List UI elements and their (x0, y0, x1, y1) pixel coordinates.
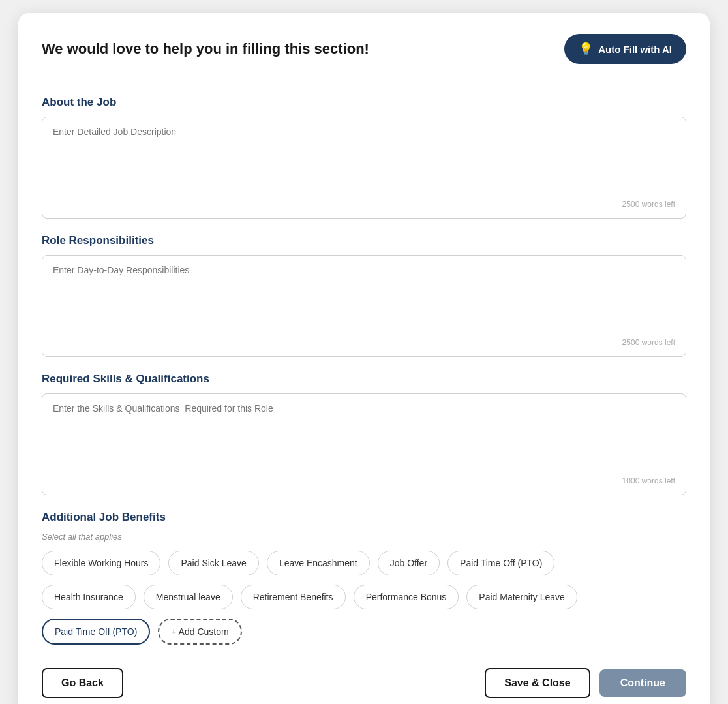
right-actions: Save & Close Continue (485, 668, 686, 698)
benefits-section: Additional Job Benefits Select all that … (42, 511, 686, 645)
responsibilities-word-count: 2500 words left (53, 338, 675, 347)
benefit-chip[interactable]: Leave Encashment (267, 551, 370, 575)
about-job-label: About the Job (42, 96, 686, 109)
benefits-row-1: Flexible Working HoursPaid Sick LeaveLea… (42, 551, 686, 575)
skills-textarea[interactable] (53, 403, 675, 468)
benefit-chip[interactable]: Paid Sick Leave (168, 551, 258, 575)
header-divider (42, 80, 686, 80)
benefit-chip[interactable]: Paid Time Off (PTO) (42, 619, 150, 645)
benefit-chip[interactable]: Health Insurance (42, 585, 136, 609)
benefits-label: Additional Job Benefits (42, 511, 686, 524)
benefit-chip[interactable]: Paid Maternity Leave (466, 585, 577, 609)
responsibilities-section: Role Responsibilities 2500 words left (42, 234, 686, 357)
about-job-textarea[interactable] (53, 127, 675, 192)
footer-actions: Go Back Save & Close Continue (42, 660, 686, 698)
responsibilities-label: Role Responsibilities (42, 234, 686, 247)
go-back-button[interactable]: Go Back (42, 668, 123, 698)
benefits-subtitle: Select all that applies (42, 532, 686, 542)
about-job-section: About the Job 2500 words left (42, 96, 686, 219)
benefit-chip[interactable]: Job Offer (378, 551, 440, 575)
modal-title: We would love to help you in filling thi… (42, 40, 369, 57)
benefits-row-2: Health InsuranceMenstrual leaveRetiremen… (42, 585, 686, 609)
benefit-chip[interactable]: Menstrual leave (144, 585, 233, 609)
benefit-chip[interactable]: Retirement Benefits (241, 585, 346, 609)
benefit-chip[interactable]: Flexible Working Hours (42, 551, 160, 575)
auto-fill-button[interactable]: 💡 Auto Fill with AI (564, 34, 686, 64)
responsibilities-textarea[interactable] (53, 265, 675, 330)
save-close-button[interactable]: Save & Close (485, 668, 590, 698)
skills-label: Required Skills & Qualifications (42, 373, 686, 386)
main-modal: We would love to help you in filling thi… (18, 13, 710, 704)
auto-fill-label: Auto Fill with AI (598, 44, 672, 55)
skills-section: Required Skills & Qualifications 1000 wo… (42, 373, 686, 495)
responsibilities-wrapper: 2500 words left (42, 255, 686, 357)
continue-button[interactable]: Continue (599, 669, 686, 697)
benefits-row-3: Paid Time Off (PTO)+ Add Custom (42, 619, 686, 645)
benefit-chip[interactable]: + Add Custom (158, 619, 241, 645)
about-job-wrapper: 2500 words left (42, 117, 686, 219)
modal-header: We would love to help you in filling thi… (42, 34, 686, 64)
skills-word-count: 1000 words left (53, 476, 675, 485)
about-job-word-count: 2500 words left (53, 200, 675, 209)
benefit-chip[interactable]: Performance Bonus (354, 585, 459, 609)
bulb-icon: 💡 (579, 42, 593, 56)
skills-wrapper: 1000 words left (42, 393, 686, 495)
benefit-chip[interactable]: Paid Time Off (PTO) (447, 551, 554, 575)
